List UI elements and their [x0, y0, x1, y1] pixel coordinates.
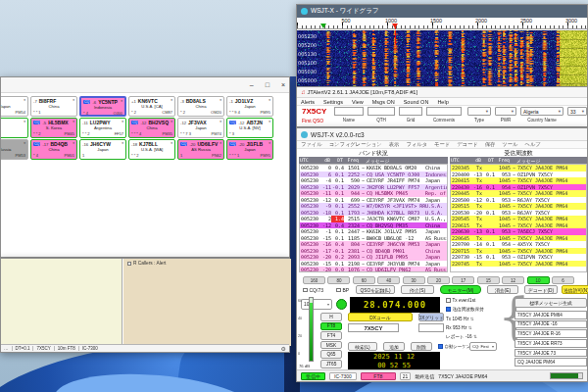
- menu-item[interactable]: ヘルプ: [525, 141, 541, 148]
- mode-button-h[interactable]: H: [320, 313, 342, 321]
- band-button-20[interactable]: 20: [427, 276, 450, 284]
- generate-msgs-button[interactable]: 標準メッセージ生成: [514, 298, 587, 308]
- tx-message-field[interactable]: 7X5CY JA4JOE R-16: [514, 329, 587, 338]
- tx-freq-spinner[interactable]: Tx 1045 Hz: [446, 317, 474, 321]
- callsign-cell-AB7JN[interactable]: CQ-12AB7JN*U.S.A. [NV]* 3: [226, 118, 273, 138]
- callsign-cell-4SVS[interactable]: 4SVS*JapanPM54: [0, 96, 28, 117]
- callsign-cell-JO1LVZ[interactable]: -1JO1LVZ*Japan* * 9 4PM95: [226, 96, 273, 117]
- menu-item[interactable]: Sound ON: [404, 99, 429, 105]
- enable-tx-button[interactable]: 送信許可(N): [562, 285, 588, 294]
- callsign-cell-BD4QB[interactable]: CQ-17BD4QB*China* 4PM01: [30, 139, 77, 160]
- table-row[interactable]: 005230-200.01076~CQ UD6ILFV PN62AS Russi…: [300, 267, 447, 272]
- jtalert-combo-type[interactable]: [467, 107, 491, 116]
- menu-item[interactable]: Settings: [323, 99, 343, 105]
- report-spinner[interactable]: レポート -16: [446, 334, 477, 339]
- stop-button[interactable]: 停止(S): [401, 285, 434, 294]
- callsign-cell-F1VST[interactable]: F1VST** *: [0, 118, 28, 138]
- callsign-cell-YC5NTP[interactable]: CQ-6YC5NTP*Indonesia* 4OJ00: [79, 96, 126, 117]
- callsign-cell-KJ7BLL[interactable]: -18KJ7BLL*U.S.A. [WA]* * 2: [128, 139, 175, 160]
- callsign-cell-UD6ILFV[interactable]: CQ-20UD6ILFV*AS Russia1PN62: [177, 139, 224, 160]
- callsign-cell-BH2VSQ[interactable]: CQ-12BH2VSQ*China* * * 4PM35: [128, 118, 175, 138]
- log-qso-button[interactable]: QSOを記録(L): [356, 285, 395, 294]
- wsjtx-titlebar[interactable]: WSJT-X v2.0.0-rc3: [297, 128, 587, 141]
- bp-checkbox[interactable]: BP: [336, 287, 349, 293]
- waterfall-display[interactable]: [297, 30, 587, 86]
- band-button-6[interactable]: 6: [552, 276, 574, 284]
- cq73-checkbox[interactable]: CQ/73: [303, 287, 323, 293]
- band-button-10[interactable]: 10: [527, 276, 550, 284]
- call-first-combo[interactable]: CQ: First▾: [469, 342, 497, 351]
- menu-item[interactable]: ツール: [502, 141, 517, 148]
- delete-button[interactable]: 削除: [411, 342, 432, 351]
- dx-callsign[interactable]: 7X5CY: [302, 107, 326, 116]
- band-button-17[interactable]: 17: [452, 276, 474, 284]
- mode-button-jt65[interactable]: JT65: [320, 360, 342, 368]
- band-button-160[interactable]: 160: [303, 276, 325, 284]
- menu-item[interactable]: Help: [437, 99, 448, 105]
- jtalert-input-comments[interactable]: [426, 107, 462, 116]
- band-button-30[interactable]: 30: [403, 276, 425, 284]
- gear-icon[interactable]: ⚙: [281, 345, 286, 352]
- chevron-down-icon: ▾: [492, 344, 494, 349]
- wide-graph-titlebar[interactable]: WSJT-X - ワイドグラフ: [297, 5, 587, 18]
- monitor-button[interactable]: モニター(M): [440, 285, 481, 294]
- add-button[interactable]: 追加: [383, 342, 405, 351]
- callsign-cell-JF3VAX[interactable]: -12JF3VAX*Japan* * 7 3PM74: [177, 118, 224, 138]
- band-button-60[interactable]: 60: [353, 276, 375, 284]
- menu-item[interactable]: View: [352, 99, 364, 105]
- hold-tx-freq-checkbox[interactable]: 送信周波数保持: [446, 307, 484, 312]
- menu-item[interactable]: ファイル: [301, 141, 322, 148]
- menu-item[interactable]: モード: [434, 141, 450, 148]
- band-activity-table[interactable]: 00523000.41501~KK6IK BD8ALS OM20China005…: [299, 164, 448, 272]
- table-row[interactable]: 220745Tx1045~7X5CY JA4JOE PM64: [451, 261, 586, 268]
- menu-item[interactable]: デコード: [457, 141, 478, 148]
- close-icon[interactable]: ×: [281, 81, 285, 88]
- jtalert-input-qth[interactable]: [368, 107, 395, 116]
- band-button-15[interactable]: 15: [477, 276, 500, 284]
- callers-alert-checkbox[interactable]: R Callers : Alert: [127, 261, 166, 266]
- rx-frequency-table[interactable]: 220345Tx1045~7X5CY JA4JOE PM64220400-130…: [450, 164, 587, 272]
- mode-button-ft8[interactable]: FT8: [320, 322, 342, 331]
- dx-call-field[interactable]: 7X5CY: [348, 323, 399, 332]
- band-button-12[interactable]: 12: [502, 276, 524, 284]
- mode-button-msk[interactable]: MSK: [320, 341, 342, 350]
- lookup-button[interactable]: 検索(L): [348, 342, 377, 351]
- band-button-40[interactable]: 40: [377, 276, 400, 284]
- tx-message-field[interactable]: 7X5CY JA4JOE RR73: [514, 339, 587, 348]
- callsign-cell-BD8ALS[interactable]: -3BD8ALS*China* 2OM20: [177, 96, 224, 117]
- callsigns-titlebar[interactable]: – □ ×: [1, 77, 289, 93]
- band-button-80[interactable]: 80: [327, 276, 350, 284]
- jtalert-combo-cq-zone[interactable]: 33: [567, 107, 587, 116]
- callsign-cell-JH6CYW[interactable]: -16JH6CYW*Japan1: [79, 139, 126, 160]
- jtalert-combo-country-name[interactable]: Algeria: [520, 107, 564, 116]
- callsign-cell-BI8FRF[interactable]: -7BI8FRF*China* * 1: [30, 96, 77, 117]
- tx-message-field[interactable]: CQ JA4JOE PM64: [514, 358, 587, 367]
- menu-item[interactable]: フィルタ: [406, 141, 427, 148]
- menu-item[interactable]: Msgs ON: [372, 99, 395, 105]
- menu-item[interactable]: 保存: [485, 141, 496, 148]
- jtalert-combo-pwr[interactable]: [495, 107, 516, 116]
- tx-message-field[interactable]: 7X5CY JA4JOE -16: [514, 320, 587, 329]
- callsign-cell-JI1FLB[interactable]: CQ-20JI1FLB*Japan* * * 1PM95: [226, 139, 273, 160]
- frequency-scale[interactable]: 50010001500200025003000: [297, 18, 587, 29]
- menu-item[interactable]: 表示: [389, 141, 400, 148]
- callsign-cell-8LQE[interactable]: 8LQE*RussiaPM53: [0, 139, 28, 160]
- mode-button-q65[interactable]: Q65: [320, 350, 342, 359]
- dx-grid-field[interactable]: [418, 323, 444, 332]
- callsign-cell-HL5BMX[interactable]: CQ-5HL5BMX*S. Korea* * 2PM45: [30, 118, 77, 138]
- tx-message-field[interactable]: 7X5CY JA4JOE 73: [514, 349, 587, 358]
- jtalert-input-name[interactable]: [334, 107, 364, 116]
- mode-button-ft4[interactable]: FT4: [320, 331, 342, 340]
- callsign-cell-LU2PWY[interactable]: -11LU2PWY*Argentina* * 2FF57: [79, 118, 126, 138]
- rx-freq-spinner[interactable]: Rx 953 Hz: [446, 325, 472, 330]
- band-selector[interactable]: 10m▾: [301, 299, 332, 310]
- tx-message-field[interactable]: 7X5CY JA4JOE PM64: [514, 311, 587, 319]
- callsign-cell-KN6VTC[interactable]: +1KN6VTC*U.S.A. [CA]* 2CM87: [128, 96, 175, 117]
- maximize-icon[interactable]: □: [266, 81, 270, 88]
- minimize-icon[interactable]: –: [250, 81, 254, 88]
- jtalert-input-grid[interactable]: [399, 107, 422, 116]
- jtalert-titlebar[interactable]: ♫ JTAlertV2 2.61.1 JA4JOE [10m,FT8,ADIF …: [297, 87, 587, 98]
- menu-item[interactable]: Alerts: [301, 99, 315, 105]
- tx-even-checkbox[interactable]: Tx even/1st: [446, 298, 475, 303]
- menu-item[interactable]: コンフィグレーション: [329, 141, 382, 148]
